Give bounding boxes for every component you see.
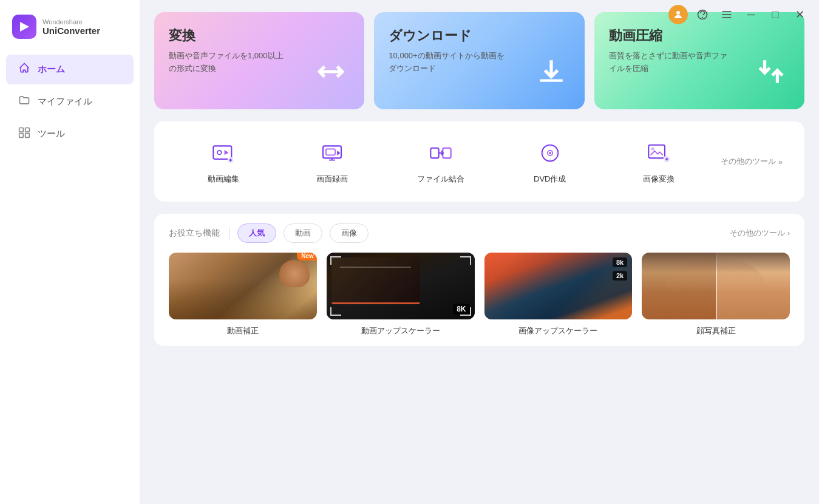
tabs-section-label: お役立ち機能 bbox=[169, 228, 220, 239]
svg-rect-10 bbox=[25, 134, 30, 138]
dvd-create-icon bbox=[535, 138, 565, 168]
tab-popular[interactable]: 人気 bbox=[237, 223, 276, 243]
svg-marker-6 bbox=[20, 22, 29, 32]
img-convert-icon bbox=[644, 138, 673, 168]
new-badge: New bbox=[297, 253, 317, 261]
compress-desc: 画質を落とさずに動画や音声ファイルを圧縮 bbox=[609, 50, 730, 75]
feature-grid: New 動画補正 bbox=[169, 253, 790, 336]
download-image bbox=[512, 33, 585, 109]
svg-rect-9 bbox=[19, 134, 24, 138]
sidebar: Wondershare UniConverter ホーム マイファイル ツール bbox=[0, 0, 140, 504]
tool-img-convert[interactable]: 画像変換 bbox=[604, 134, 713, 189]
compress-icon bbox=[756, 56, 786, 89]
download-desc: 10,000+の動画サイトから動画をダウンロード bbox=[389, 50, 510, 75]
convert-desc: 動画や音声ファイルを1,000以上の形式に変換 bbox=[169, 50, 290, 75]
svg-point-12 bbox=[217, 151, 222, 155]
sidebar-tools-label: ツール bbox=[38, 128, 65, 140]
more-tools-right-btn[interactable]: その他のツール › bbox=[730, 228, 790, 239]
download-arrow-icon bbox=[536, 56, 566, 89]
convert-card[interactable]: 変換 動画や音声ファイルを1,000以上の形式に変換 bbox=[154, 12, 364, 109]
logo: Wondershare UniConverter bbox=[0, 10, 140, 53]
download-card[interactable]: ダウンロード 10,000+の動画サイトから動画をダウンロード bbox=[374, 12, 584, 109]
svg-rect-11 bbox=[213, 146, 231, 159]
svg-rect-8 bbox=[25, 128, 30, 132]
menu-icon[interactable] bbox=[717, 5, 736, 24]
main-content: 変換 動画や音声ファイルを1,000以上の形式に変換 ダウンロード 10,000… bbox=[140, 0, 819, 504]
sidebar-item-myfiles[interactable]: マイファイル bbox=[6, 87, 134, 117]
compress-image bbox=[732, 33, 804, 109]
tool-screen-rec[interactable]: 画面録画 bbox=[277, 134, 386, 189]
tool-file-merge-label: ファイル結合 bbox=[417, 174, 464, 185]
sidebar-myfiles-label: マイファイル bbox=[38, 96, 92, 107]
feature-video-fix[interactable]: New 動画補正 bbox=[169, 253, 317, 336]
minimize-button[interactable]: ─ bbox=[741, 5, 761, 24]
feature-face-enhance[interactable]: 顔写真補正 bbox=[642, 253, 790, 336]
support-icon[interactable] bbox=[693, 5, 712, 24]
video-fix-label: 動画補正 bbox=[227, 325, 259, 336]
video-edit-icon bbox=[209, 138, 238, 168]
screen-rec-icon bbox=[318, 138, 347, 168]
svg-point-20 bbox=[549, 152, 551, 154]
badge-2k: 2k bbox=[613, 271, 627, 281]
sidebar-item-home[interactable]: ホーム bbox=[6, 55, 134, 84]
tool-dvd-create-label: DVD作成 bbox=[534, 174, 566, 185]
svg-rect-7 bbox=[19, 128, 24, 132]
tab-video[interactable]: 動画 bbox=[284, 223, 322, 243]
convert-arrow-icon bbox=[316, 56, 346, 89]
tool-file-merge[interactable]: ファイル結合 bbox=[387, 134, 495, 189]
img-upscale-label: 画像アップスケーラー bbox=[518, 325, 597, 336]
tab-divider bbox=[229, 227, 230, 239]
svg-point-2 bbox=[702, 18, 703, 18]
thumb-face-enhance-img bbox=[642, 253, 790, 319]
tools-section: 動画編集 画面録画 bbox=[154, 121, 804, 202]
thumb-video-fix-img: New bbox=[169, 253, 317, 319]
badge-8k-landscape: 8k bbox=[613, 257, 627, 267]
convert-image bbox=[291, 33, 364, 109]
logo-product: UniConverter bbox=[42, 26, 100, 36]
tools-icon bbox=[18, 126, 30, 141]
thumb-img-upscale-img: 8k 2k bbox=[484, 253, 633, 319]
tab-image[interactable]: 画像 bbox=[330, 223, 369, 243]
svg-rect-16 bbox=[431, 148, 439, 158]
folder-icon bbox=[18, 94, 30, 109]
face-enhance-label: 顔写真補正 bbox=[696, 325, 736, 336]
tabs-header: お役立ち機能 人気 動画 画像 その他のツール › bbox=[169, 223, 790, 243]
home-icon bbox=[18, 62, 30, 77]
tool-img-convert-label: 画像変換 bbox=[643, 174, 675, 185]
svg-rect-21 bbox=[648, 145, 665, 158]
file-merge-icon bbox=[426, 138, 455, 168]
sidebar-home-label: ホーム bbox=[38, 64, 65, 75]
feature-img-upscale[interactable]: 8k 2k 画像アップスケーラー bbox=[484, 253, 633, 336]
titlebar: ─ □ ✕ bbox=[659, 0, 819, 29]
close-button[interactable]: ✕ bbox=[790, 5, 809, 24]
user-icon[interactable] bbox=[668, 5, 688, 24]
tool-video-edit[interactable]: 動画編集 bbox=[169, 134, 277, 189]
tool-dvd-create[interactable]: DVD作成 bbox=[495, 134, 604, 189]
thumb-video-upscale-img: 8K bbox=[327, 253, 475, 319]
svg-point-22 bbox=[651, 148, 654, 151]
more-tools-btn[interactable]: その他のツール » bbox=[713, 151, 790, 172]
logo-icon bbox=[12, 15, 36, 39]
svg-point-0 bbox=[676, 11, 680, 15]
tool-screen-rec-label: 画面録画 bbox=[316, 174, 348, 185]
logo-brand: Wondershare bbox=[42, 18, 100, 26]
feature-video-upscale[interactable]: 8K 動画アップスケーラー bbox=[327, 253, 475, 336]
maximize-button[interactable]: □ bbox=[766, 5, 785, 24]
sidebar-item-tools[interactable]: ツール bbox=[6, 119, 134, 149]
video-upscale-label: 動画アップスケーラー bbox=[361, 325, 440, 336]
svg-rect-15 bbox=[326, 149, 335, 155]
app-container: ─ □ ✕ Wondershare UniConverter ホーム bbox=[0, 0, 819, 504]
feature-tabs-section: お役立ち機能 人気 動画 画像 その他のツール › New bbox=[154, 214, 804, 346]
tool-video-edit-label: 動画編集 bbox=[208, 174, 239, 185]
